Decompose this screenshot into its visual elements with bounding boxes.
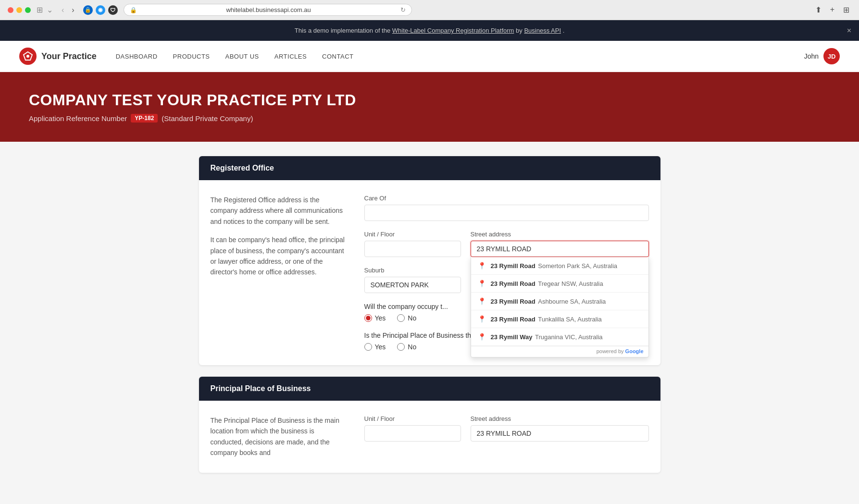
tab-expand-icon[interactable]: ⌄ bbox=[47, 5, 53, 14]
autocomplete-item-3[interactable]: 📍 23 Rymill Road Tunkalilla SA, Australi… bbox=[471, 310, 648, 328]
minimize-window-button[interactable] bbox=[16, 7, 22, 13]
reload-button[interactable]: ↻ bbox=[400, 6, 406, 13]
nav-products[interactable]: PRODUCTS bbox=[173, 51, 210, 62]
suggestion-bold-0: 23 Rymill Road bbox=[491, 262, 535, 270]
principal-street-input[interactable] bbox=[471, 425, 649, 442]
address-row: Unit / Floor Street address 📍 23 Ry bbox=[364, 231, 649, 257]
registered-office-body: The Registered Office address is the com… bbox=[199, 180, 660, 365]
principal-no-radio[interactable] bbox=[397, 343, 405, 351]
unit-floor-input[interactable] bbox=[364, 241, 461, 257]
pin-icon-1: 📍 bbox=[478, 280, 486, 287]
principal-street-label: Street address bbox=[471, 415, 649, 422]
description-para-2: It can be company's head office, the pri… bbox=[211, 234, 345, 278]
pin-icon-4: 📍 bbox=[478, 333, 486, 341]
occupy-yes-label[interactable]: Yes bbox=[364, 314, 386, 322]
address-url[interactable]: whitelabel.businessapi.com.au bbox=[141, 6, 397, 13]
principal-yes-label[interactable]: Yes bbox=[364, 343, 386, 351]
registered-office-title: Registered Office bbox=[211, 164, 274, 172]
svg-point-1 bbox=[26, 55, 29, 58]
suggestion-text-4: 23 Rymill Way Truganina VIC, Australia bbox=[491, 333, 603, 341]
address-lock-icon: 🔒 bbox=[130, 7, 137, 13]
principal-unit-label: Unit / Floor bbox=[364, 415, 461, 422]
tab-grid-button[interactable]: ⊞ bbox=[841, 4, 851, 15]
security-icon-2: ◉ bbox=[96, 5, 105, 15]
suburb-input[interactable] bbox=[364, 277, 461, 293]
suggestion-bold-2: 23 Rymill Road bbox=[491, 298, 535, 305]
suggestion-regular-2: Ashbourne SA, Australia bbox=[538, 298, 606, 305]
site-name: Your Practice bbox=[41, 51, 97, 61]
suggestion-bold-3: 23 Rymill Road bbox=[491, 316, 535, 323]
close-window-button[interactable] bbox=[8, 7, 13, 13]
nav-about-us[interactable]: ABOUT US bbox=[225, 51, 259, 62]
autocomplete-item-1[interactable]: 📍 23 Rymill Road Tregear NSW, Australia bbox=[471, 275, 648, 293]
page-content: Registered Office The Registered Office … bbox=[189, 142, 670, 487]
businessapi-link[interactable]: Business API bbox=[524, 27, 561, 34]
browser-window-controls[interactable] bbox=[8, 7, 31, 13]
nav-dashboard[interactable]: DASHBOARD bbox=[116, 51, 158, 62]
browser-navigation[interactable]: ‹ › bbox=[59, 5, 77, 15]
principal-yes-radio[interactable] bbox=[364, 343, 372, 351]
unit-floor-group: Unit / Floor bbox=[364, 231, 461, 257]
announcement-close-button[interactable]: × bbox=[847, 26, 851, 35]
occupy-no-radio[interactable] bbox=[397, 314, 405, 322]
sidebar-toggle-icon[interactable]: ⊞ bbox=[37, 5, 43, 14]
nav-articles[interactable]: ARTICLES bbox=[274, 51, 307, 62]
nav-contact[interactable]: CONTACT bbox=[322, 51, 353, 62]
principal-place-body: The Principal Place of Business is the m… bbox=[199, 401, 660, 473]
occupy-no-text: No bbox=[408, 314, 416, 322]
street-address-input[interactable] bbox=[471, 241, 649, 257]
new-tab-button[interactable]: + bbox=[828, 4, 836, 15]
autocomplete-item-0[interactable]: 📍 23 Rymill Road Somerton Park SA, Austr… bbox=[471, 257, 648, 275]
ref-prefix: Application Reference Number bbox=[29, 114, 127, 123]
powered-by-text: powered by bbox=[597, 348, 624, 354]
principal-desc-para: The Principal Place of Business is the m… bbox=[211, 415, 345, 458]
address-bar[interactable]: 🔒 whitelabel.businessapi.com.au ↻ bbox=[124, 4, 412, 16]
principal-no-label[interactable]: No bbox=[397, 343, 416, 351]
browser-security-icons: 🔒 ◉ 🛡 bbox=[83, 5, 118, 15]
security-icon-3: 🛡 bbox=[108, 5, 118, 15]
browser-chrome: ⊞ ⌄ ‹ › 🔒 ◉ 🛡 🔒 whitelabel.businessapi.c… bbox=[0, 0, 859, 20]
suggestion-regular-3: Tunkalilla SA, Australia bbox=[538, 316, 601, 323]
logo-icon bbox=[19, 48, 37, 65]
pin-icon-0: 📍 bbox=[478, 262, 486, 270]
principal-place-form: Unit / Floor Street address bbox=[364, 415, 649, 458]
principal-place-description: The Principal Place of Business is the m… bbox=[211, 415, 345, 458]
suggestion-regular-1: Tregear NSW, Australia bbox=[538, 280, 603, 287]
user-avatar[interactable]: JD bbox=[823, 48, 840, 64]
registered-office-header: Registered Office bbox=[199, 156, 660, 180]
back-button[interactable]: ‹ bbox=[59, 5, 67, 15]
security-icon-1: 🔒 bbox=[83, 5, 93, 15]
care-of-group: Care Of bbox=[364, 195, 649, 221]
autocomplete-item-4[interactable]: 📍 23 Rymill Way Truganina VIC, Australia bbox=[471, 328, 648, 346]
unit-floor-label: Unit / Floor bbox=[364, 231, 461, 238]
occupy-no-label[interactable]: No bbox=[397, 314, 416, 322]
street-address-group: Street address 📍 23 Rymill Road Somerton… bbox=[471, 231, 649, 257]
autocomplete-item-2[interactable]: 📍 23 Rymill Road Ashbourne SA, Australia bbox=[471, 293, 648, 310]
forward-button[interactable]: › bbox=[69, 5, 77, 15]
maximize-window-button[interactable] bbox=[25, 7, 31, 13]
suburb-label: Suburb bbox=[364, 267, 461, 274]
registered-office-description: The Registered Office address is the com… bbox=[211, 195, 345, 351]
suggestion-bold-4: 23 Rymill Way bbox=[491, 333, 533, 341]
occupy-yes-radio[interactable] bbox=[364, 314, 372, 322]
care-of-label: Care Of bbox=[364, 195, 649, 202]
logo-svg bbox=[23, 51, 33, 61]
share-button[interactable]: ⬆ bbox=[813, 4, 823, 15]
powered-by-google: powered by Google bbox=[471, 346, 648, 357]
ref-suffix: (Standard Private Company) bbox=[162, 114, 253, 123]
principal-unit-input[interactable] bbox=[364, 425, 461, 442]
hero-content: COMPANY TEST YOUR PRACTICE PTY LTD Appli… bbox=[29, 91, 830, 123]
announcement-bar: This a demo implementation of the White-… bbox=[0, 20, 859, 41]
principal-address-row: Unit / Floor Street address bbox=[364, 415, 649, 442]
street-address-autocomplete: 📍 23 Rymill Road Somerton Park SA, Austr… bbox=[471, 241, 649, 257]
page-title: COMPANY TEST YOUR PRACTICE PTY LTD bbox=[29, 91, 830, 109]
whitelabel-link[interactable]: White-Label Company Registration Platfor… bbox=[392, 27, 514, 34]
suggestion-text-0: 23 Rymill Road Somerton Park SA, Austral… bbox=[491, 262, 618, 270]
care-of-input[interactable] bbox=[364, 205, 649, 221]
user-menu[interactable]: John JD bbox=[804, 48, 840, 64]
care-of-row: Care Of bbox=[364, 195, 649, 221]
suggestion-text-3: 23 Rymill Road Tunkalilla SA, Australia bbox=[491, 316, 602, 323]
browser-action-buttons[interactable]: ⬆ + ⊞ bbox=[813, 4, 851, 15]
browser-view-controls[interactable]: ⊞ ⌄ bbox=[37, 5, 53, 14]
site-logo[interactable]: Your Practice bbox=[19, 48, 97, 65]
